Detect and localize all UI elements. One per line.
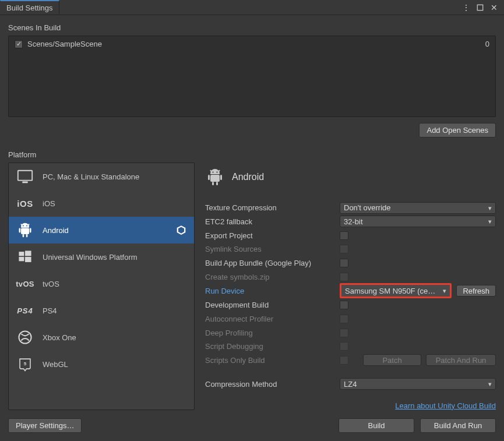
- build-button[interactable]: Build: [339, 418, 414, 433]
- scenes-list[interactable]: ✓ Scenes/SampleScene 0: [8, 36, 496, 117]
- scene-index: 0: [485, 40, 489, 48]
- svg-rect-2: [22, 181, 27, 183]
- titlebar: Build Settings ⋮ ✕: [0, 0, 504, 15]
- unity-icon: [175, 224, 187, 236]
- checkbox-script-debugging: [340, 342, 348, 351]
- label-scripts-only: Scripts Only Build: [205, 356, 336, 365]
- label-compression-method: Compression Method: [205, 380, 336, 389]
- checkbox-deep-profiling: [340, 329, 348, 337]
- label-create-symbols: Create symbols.zip: [205, 273, 336, 281]
- patch-button: Patch: [363, 354, 421, 366]
- platform-label: PC, Mac & Linux Standalone: [43, 172, 187, 181]
- platform-list: PC, Mac & Linux Standalone iOS iOS: [8, 163, 195, 410]
- checkbox-autoconnect-profiler: [340, 315, 348, 323]
- platform-detail: Android Texture Compression Don't overri…: [205, 163, 496, 410]
- label-app-bundle: Build App Bundle (Google Play): [205, 259, 336, 267]
- android-icon: [16, 221, 34, 239]
- patch-and-run-button: Patch And Run: [426, 354, 496, 366]
- platform-item-ps4[interactable]: PS4 PS4: [9, 297, 194, 324]
- platform-header: Platform: [8, 150, 496, 159]
- platform-label: WebGL: [43, 360, 187, 369]
- label-deep-profiling: Deep Profiling: [205, 329, 336, 337]
- build-and-run-button[interactable]: Build And Run: [420, 418, 496, 433]
- svg-rect-23: [212, 182, 214, 185]
- label-etc2-fallback: ETC2 fallback: [205, 217, 336, 226]
- maximize-icon[interactable]: [476, 3, 484, 12]
- xbox-icon: [16, 328, 34, 347]
- svg-rect-7: [30, 228, 31, 233]
- tab-build-settings[interactable]: Build Settings: [0, 0, 59, 15]
- platform-item-xboxone[interactable]: Xbox One: [9, 324, 194, 351]
- select-compression-method[interactable]: LZ4: [340, 378, 496, 390]
- android-icon: [205, 167, 225, 187]
- svg-rect-21: [208, 175, 210, 180]
- label-export-project: Export Project: [205, 231, 336, 240]
- svg-point-3: [23, 225, 24, 227]
- svg-point-19: [216, 171, 217, 172]
- scenes-header: Scenes In Build: [8, 23, 496, 32]
- player-settings-button[interactable]: Player Settings…: [8, 418, 82, 433]
- tvos-icon: tvOS: [16, 274, 34, 293]
- svg-rect-24: [216, 182, 218, 185]
- svg-rect-6: [19, 228, 21, 233]
- svg-rect-15: [25, 257, 31, 262]
- select-etc2-fallback[interactable]: 32-bit: [340, 216, 496, 227]
- desktop-icon: [16, 167, 34, 186]
- select-run-device[interactable]: Samsung SM N950F (ce…: [341, 285, 450, 297]
- select-texture-compression[interactable]: Don't override: [340, 202, 496, 214]
- label-autoconnect-profiler: Autoconnect Profiler: [205, 315, 336, 323]
- platform-label: Universal Windows Platform: [43, 253, 187, 262]
- svg-rect-9: [26, 234, 28, 237]
- svg-rect-12: [19, 252, 24, 256]
- svg-point-16: [19, 331, 31, 343]
- tab-label: Build Settings: [6, 3, 53, 12]
- svg-rect-20: [210, 175, 220, 182]
- scene-row[interactable]: ✓ Scenes/SampleScene 0: [9, 36, 495, 52]
- webgl-icon: 5: [16, 355, 34, 373]
- close-icon[interactable]: ✕: [490, 3, 498, 12]
- platform-label: tvOS: [43, 280, 187, 288]
- checkbox-symlink-sources: [340, 245, 348, 253]
- ps4-icon: PS4: [16, 301, 34, 320]
- kebab-menu-icon[interactable]: ⋮: [462, 3, 470, 12]
- platform-item-ios[interactable]: iOS iOS: [9, 190, 194, 217]
- platform-item-android[interactable]: Android: [9, 217, 194, 244]
- add-open-scenes-button[interactable]: Add Open Scenes: [419, 123, 496, 137]
- checkbox-app-bundle[interactable]: [340, 259, 348, 267]
- platform-label: Xbox One: [43, 333, 187, 342]
- label-run-device: Run Device: [205, 287, 336, 295]
- platform-item-tvos[interactable]: tvOS tvOS: [9, 270, 194, 297]
- svg-rect-22: [220, 175, 222, 180]
- detail-title: Android: [232, 172, 264, 182]
- label-script-debugging: Script Debugging: [205, 342, 336, 351]
- svg-rect-8: [23, 234, 24, 237]
- windows-icon: [16, 248, 34, 266]
- learn-cloud-build-link[interactable]: Learn about Unity Cloud Build: [395, 401, 496, 410]
- svg-rect-1: [18, 171, 32, 181]
- checkbox-export-project[interactable]: [340, 231, 348, 240]
- label-symlink-sources: Symlink Sources: [205, 245, 336, 253]
- svg-text:5: 5: [24, 361, 27, 366]
- footer: Player Settings… Build Build And Run: [8, 418, 496, 433]
- platform-label: iOS: [43, 199, 187, 208]
- platform-label: PS4: [43, 306, 187, 315]
- svg-point-4: [26, 225, 27, 227]
- checkbox-scripts-only: [340, 356, 348, 365]
- platform-item-uwp[interactable]: Universal Windows Platform: [9, 244, 194, 270]
- svg-rect-5: [21, 228, 29, 235]
- checkbox-dev-build[interactable]: [340, 301, 348, 309]
- svg-rect-13: [25, 251, 31, 256]
- platform-item-standalone[interactable]: PC, Mac & Linux Standalone: [9, 163, 194, 190]
- svg-rect-0: [477, 5, 482, 10]
- label-dev-build: Development Build: [205, 301, 336, 309]
- refresh-button[interactable]: Refresh: [456, 285, 496, 297]
- svg-rect-14: [19, 257, 24, 261]
- checkbox-create-symbols: [340, 273, 348, 281]
- ios-icon: iOS: [16, 194, 34, 213]
- svg-point-18: [212, 171, 213, 172]
- platform-item-webgl[interactable]: 5 WebGL: [9, 351, 194, 378]
- label-texture-compression: Texture Compression: [205, 203, 336, 212]
- platform-label: Android: [43, 226, 167, 235]
- scene-checkbox[interactable]: ✓: [15, 40, 23, 48]
- scene-path: Scenes/SampleScene: [27, 40, 102, 48]
